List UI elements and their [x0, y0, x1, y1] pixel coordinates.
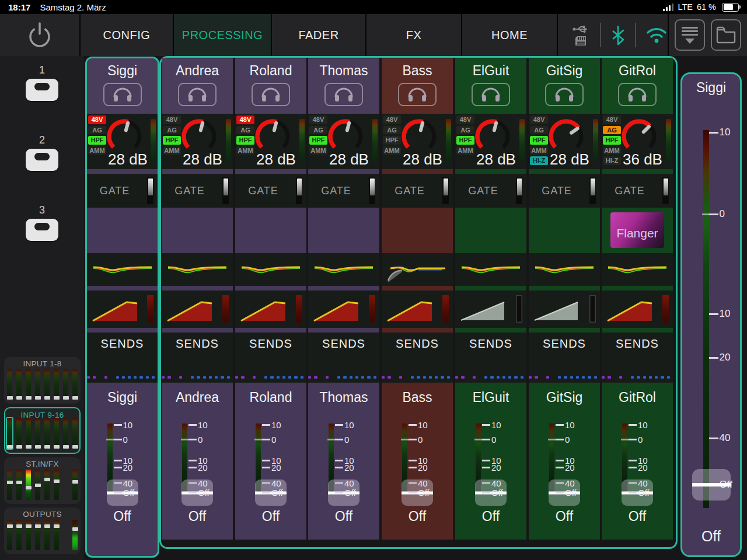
gate-section[interactable]: GATE	[602, 174, 673, 208]
insert-effect-flanger[interactable]: Flanger	[610, 212, 664, 248]
scenes-folder-button[interactable]	[711, 19, 741, 51]
meter-layer-button-input-1-8[interactable]: INPUT 1-8	[4, 357, 81, 404]
eq-section[interactable]	[529, 253, 600, 286]
badge-48v: 48V	[88, 116, 106, 124]
main-fader-handle[interactable]	[692, 469, 731, 501]
nav-tab-processing[interactable]: PROCESSING	[174, 14, 271, 56]
insert-section[interactable]	[455, 208, 526, 253]
meter-layer-button-input-9-16[interactable]: INPUT 9-16	[4, 407, 81, 454]
compressor-section[interactable]	[529, 290, 600, 328]
channel-name: Siggi	[87, 58, 158, 79]
nav-tab-fx[interactable]: FX	[366, 14, 461, 56]
fader-tick	[629, 482, 637, 484]
solo-headphone-button[interactable]	[103, 83, 142, 106]
badge-48v: 48V	[603, 116, 621, 124]
badge-ag: AG	[603, 126, 621, 135]
fader-tick	[114, 439, 122, 440]
compressor-section[interactable]	[455, 290, 526, 328]
gate-section[interactable]: GATE	[162, 174, 233, 208]
sends-section[interactable]: SENDS	[162, 332, 233, 383]
main-fader-value: Off	[682, 528, 740, 545]
solo-headphone-button[interactable]	[324, 83, 363, 106]
strip-fader-section: Siggi 100102040Off Off	[87, 383, 158, 556]
insert-section[interactable]	[87, 208, 158, 253]
eq-section[interactable]	[455, 253, 526, 286]
sends-section[interactable]: SENDS	[235, 332, 306, 383]
insert-section[interactable]	[235, 208, 306, 253]
gate-section[interactable]: GATE	[529, 174, 600, 208]
gain-section[interactable]: 48VAGHPFAMMHI-Z 28 dB	[529, 114, 600, 169]
mini-meter-bar	[54, 418, 59, 449]
strip-fader-section: Roland 100102040Off Off	[235, 383, 306, 540]
compressor-section[interactable]	[308, 290, 379, 328]
layer-button-3[interactable]: 3	[0, 204, 84, 241]
insert-section[interactable]	[308, 208, 379, 253]
meter-layer-button-outputs[interactable]: OUTPUTS	[4, 508, 81, 554]
insert-section[interactable]	[162, 208, 233, 253]
solo-headphone-button[interactable]	[545, 83, 584, 106]
meter-layer-button-st-in-fx[interactable]: ST.IN/FX	[4, 457, 81, 504]
solo-headphone-button[interactable]	[398, 83, 437, 106]
compressor-meter	[589, 295, 596, 323]
gain-section[interactable]: 48VAGHPFAMMHI-Z 36 dB	[602, 114, 673, 169]
sends-section[interactable]: SENDS	[529, 332, 600, 383]
fader-tick-label: 0	[123, 435, 128, 444]
compressor-section[interactable]	[87, 290, 158, 328]
channel-name: Thomas	[308, 58, 379, 79]
eq-curve	[311, 256, 376, 283]
gain-section[interactable]: 48VAGHPFAMM 28 dB	[162, 114, 233, 169]
sends-section[interactable]: SENDS	[87, 332, 158, 383]
gate-section[interactable]: GATE	[308, 174, 379, 208]
insert-section[interactable]: Flanger	[602, 208, 673, 253]
power-button[interactable]	[0, 14, 79, 56]
compressor-section[interactable]	[382, 290, 453, 328]
nav-tab-home[interactable]: HOME	[462, 14, 557, 56]
solo-headphone-button[interactable]	[252, 83, 290, 106]
insert-section[interactable]	[529, 208, 600, 253]
fader-tick-label: 10	[198, 420, 208, 430]
eq-section[interactable]	[382, 253, 453, 286]
gate-section[interactable]: GATE	[455, 174, 526, 208]
mini-meter-bar	[44, 470, 50, 500]
eq-section[interactable]	[308, 253, 379, 286]
gate-section[interactable]: GATE	[235, 174, 306, 208]
eq-section[interactable]	[235, 253, 306, 286]
channel-strip-andrea: Andrea 48VAGHPFAMM 28 dB GATE	[162, 58, 233, 540]
insert-section[interactable]	[382, 208, 453, 253]
layer-button-2[interactable]: 2	[0, 134, 84, 171]
gain-section[interactable]: 48VAGHPFAMM 28 dB	[308, 114, 379, 169]
solo-headphone-button[interactable]	[618, 83, 657, 106]
fader-tick	[114, 424, 122, 426]
gain-section[interactable]: 48VAGHPFAMM 28 dB	[382, 114, 453, 169]
nav-tab-config[interactable]: CONFIG	[81, 14, 173, 56]
layer-menu-button[interactable]	[675, 19, 705, 51]
eq-section[interactable]	[87, 253, 158, 286]
eq-curve	[90, 256, 155, 283]
gain-section[interactable]: 48VAGHPFAMM 28 dB	[235, 114, 306, 169]
gain-section[interactable]: 48VAGHPFAMM 28 dB	[87, 114, 158, 169]
eq-section[interactable]	[162, 253, 233, 286]
eq-section[interactable]	[602, 253, 673, 286]
sends-section[interactable]: SENDS	[602, 332, 673, 383]
solo-headphone-button[interactable]	[178, 83, 217, 106]
gate-meter	[662, 177, 669, 204]
gate-section[interactable]: GATE	[382, 174, 453, 208]
fader-tick	[556, 439, 564, 440]
gain-section[interactable]: 48VAGHPFAMM 28 dB	[455, 114, 526, 169]
solo-headphone-button[interactable]	[472, 83, 510, 106]
fader-value: Off	[602, 509, 673, 524]
compressor-section[interactable]	[235, 290, 306, 328]
sends-section[interactable]: SENDS	[308, 332, 379, 383]
mini-meters	[5, 418, 79, 449]
gate-section[interactable]: GATE	[87, 174, 158, 208]
sends-section[interactable]: SENDS	[455, 332, 526, 383]
nav-tab-fader[interactable]: FADER	[272, 14, 365, 56]
layer-button-1[interactable]: 1	[0, 64, 84, 101]
fader-tick	[556, 460, 564, 461]
compressor-section[interactable]	[162, 290, 233, 328]
fader-value: Off	[382, 509, 453, 524]
sends-section[interactable]: SENDS	[382, 332, 453, 383]
fader-tick-label: 40	[565, 478, 575, 488]
fader-tick-label: 10	[123, 420, 133, 430]
compressor-section[interactable]	[602, 290, 673, 328]
